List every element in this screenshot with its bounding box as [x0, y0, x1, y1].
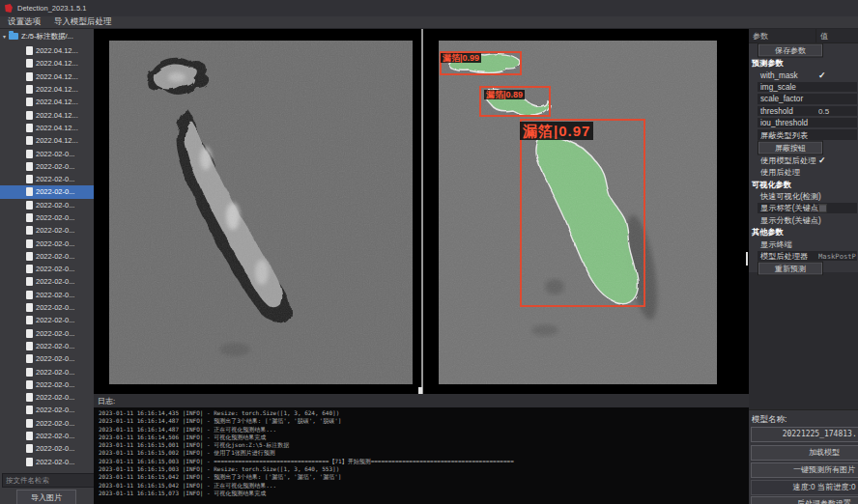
param-label: 屏蔽按钮: [758, 140, 823, 154]
tree-item[interactable]: 2022-02-0...: [0, 378, 94, 391]
tree-item[interactable]: 2022-02-0...: [0, 275, 94, 288]
param-row[interactable]: threshold 0.5: [749, 105, 858, 117]
file-icon: [26, 124, 33, 132]
tree-item[interactable]: 2022-02-0...: [0, 352, 94, 365]
tree-item[interactable]: 2022-02-0...: [0, 391, 94, 404]
tree-item[interactable]: 2022-02-0...: [0, 404, 94, 416]
param-value[interactable]: 0.5: [818, 106, 857, 115]
params-splitter-handle[interactable]: [746, 252, 748, 266]
tree-item[interactable]: 2022.04.12...: [0, 83, 94, 96]
tree-item-label: 2022-02-0...: [36, 277, 74, 286]
tree-item[interactable]: 2022-02-0...: [0, 340, 94, 352]
header-value-column: 值: [820, 31, 828, 42]
tree-item[interactable]: 2022.04.12...: [0, 134, 94, 147]
file-icon: [26, 85, 33, 94]
tree-item-label: 2022-02-0...: [36, 239, 74, 248]
tree-item[interactable]: 2022.04.12...: [0, 96, 94, 108]
param-row[interactable]: 快速可视化(检测): [749, 190, 858, 202]
tree-item[interactable]: 2022-02-0...: [0, 365, 94, 378]
tree-item[interactable]: 2022-02-0...: [0, 237, 94, 249]
import-images-button[interactable]: 导入图片: [16, 490, 76, 504]
param-row[interactable]: 显示标签(关键点): [749, 202, 858, 213]
tree-item[interactable]: 2022-02-0...: [0, 430, 94, 442]
menu-settings[interactable]: 设置选项: [8, 16, 41, 28]
param-row[interactable]: 显示终端: [749, 238, 858, 249]
tree-item[interactable]: 2022-02-0...: [0, 417, 94, 430]
postprocess-settings-button[interactable]: 后处理参数设置: [751, 496, 858, 504]
tree-item[interactable]: 2022-02-0...: [0, 314, 94, 326]
tree-item[interactable]: 2022-02-0...: [0, 301, 94, 314]
model-name-field[interactable]: 20221225_174813...: [751, 427, 858, 442]
log-console: 日志: 2023-01-11 16:16:14,435 |INFO| - Res…: [94, 394, 749, 504]
param-row[interactable]: 屏蔽按钮: [749, 141, 858, 154]
tree-item[interactable]: 2022-02-0...: [0, 211, 94, 224]
log-output[interactable]: 2023-01-11 16:16:14,435 |INFO| - Resize:…: [94, 407, 749, 504]
tree-item[interactable]: 2022.04.12...: [0, 57, 94, 70]
header-column-divider: [815, 29, 816, 42]
file-icon: [26, 226, 33, 235]
log-title-bar: 日志:: [94, 394, 749, 407]
param-row[interactable]: 可视化参数: [749, 179, 858, 190]
tree-item[interactable]: 2022-02-0...: [0, 442, 94, 455]
tree-item[interactable]: 2022-02-0...: [0, 199, 94, 211]
file-icon: [26, 201, 33, 210]
tree-item-label: 2022.04.12...: [36, 72, 78, 81]
tree-item[interactable]: 2022.04.12...: [0, 108, 94, 121]
tree-item-label: 2022-02-0...: [36, 406, 74, 414]
parameters-panel: 参数 值 保存参数 预测参数 with_mask ✓ img_scale: [749, 29, 858, 504]
tree-item[interactable]: 2022-02-0...: [0, 327, 94, 340]
tree-item[interactable]: 2022-02-0...: [0, 263, 94, 275]
param-label: 显示标签(关键点): [760, 203, 821, 213]
log-line: 2023-01-11 16:16:15,003 |INFO| - Resize:…: [99, 465, 749, 473]
tree-root[interactable]: ▾ Z:/5-标注数据/...: [0, 29, 94, 43]
tree-item[interactable]: 2022-02-0...: [0, 185, 94, 198]
param-value[interactable]: [818, 204, 857, 212]
param-row[interactable]: with_mask ✓: [749, 69, 858, 80]
log-line: 2023-01-11 16:16:15,002 |INFO| - 使用了1张图片…: [99, 449, 749, 457]
params-empty-area: [749, 272, 858, 409]
param-label: iou_threshold: [760, 119, 808, 127]
param-row[interactable]: 预测参数: [749, 57, 858, 69]
tree-item[interactable]: 2022-02-0...: [0, 173, 94, 185]
param-value[interactable]: MaskPostPro: [818, 252, 857, 261]
tree-item-label: 2022-02-0...: [36, 393, 74, 402]
chevron-down-icon[interactable]: ▾: [3, 33, 6, 40]
param-row[interactable]: img_scale: [749, 81, 858, 93]
param-row[interactable]: iou_threshold: [749, 117, 858, 128]
tree-item[interactable]: 2022-02-0...: [0, 224, 94, 237]
filename-search-input[interactable]: [2, 473, 94, 488]
param-row[interactable]: scale_factor: [749, 93, 858, 104]
param-row[interactable]: 显示分数(关键点): [749, 214, 858, 226]
file-icon: [26, 444, 33, 453]
image-viewer: 漏箔|0.99 漏箔|0.89 漏箔|0.97 日志: 2023-01-11 1…: [94, 29, 749, 504]
param-row[interactable]: 其他参数: [749, 226, 858, 238]
tree-item[interactable]: 2022-02-0...: [0, 456, 94, 468]
tree-item[interactable]: 2022.04.12...: [0, 44, 94, 57]
tree-item[interactable]: 2022.04.12...: [0, 122, 94, 134]
log-line: 2023-01-11 16:16:14,435 |INFO| - Resize:…: [99, 409, 749, 417]
param-row[interactable]: 使用模型后处理 ✓: [749, 154, 858, 166]
tree-item-label: 2022-02-0...: [36, 213, 74, 222]
tree-item-label: 2022-02-0...: [36, 444, 74, 453]
file-icon: [26, 303, 33, 312]
param-row[interactable]: 模型后处理器 MaskPostPro: [749, 250, 858, 262]
param-row[interactable]: 屏蔽类型列表: [749, 128, 858, 140]
param-value[interactable]: ✓: [818, 70, 857, 80]
tree-item[interactable]: 2022-02-0...: [0, 147, 94, 159]
param-row[interactable]: 使用后处理: [749, 166, 858, 178]
param-row[interactable]: 保存参数: [749, 43, 858, 57]
tree-item[interactable]: 2022-02-0...: [0, 160, 94, 173]
tree-item[interactable]: 2022-02-0...: [0, 250, 94, 263]
log-line: 2023-01-11 16:16:14,487 |INFO| - 正在可视化预测…: [99, 426, 749, 434]
tree-item[interactable]: 2022-02-0...: [0, 289, 94, 301]
menu-import-postprocess[interactable]: 导入模型后处理: [54, 16, 112, 28]
app-icon: [5, 4, 13, 13]
params-table-header: 参数 值: [749, 29, 858, 43]
param-label: 保存参数: [758, 43, 823, 58]
param-value[interactable]: ✓: [818, 155, 857, 165]
load-model-button[interactable]: 加载模型: [751, 445, 858, 461]
predict-all-button[interactable]: 一键预测所有图片: [751, 462, 858, 478]
file-icon: [26, 252, 33, 261]
tree-item[interactable]: 2022.04.12...: [0, 70, 94, 83]
image-splitter[interactable]: [421, 29, 423, 394]
